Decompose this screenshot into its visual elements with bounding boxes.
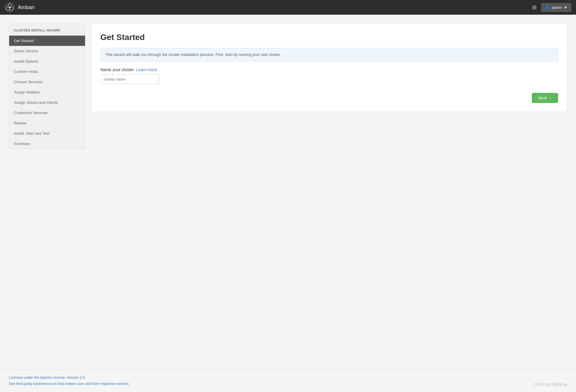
footer-credit: CSDN @红阳樱花vip [534,382,567,387]
sidebar: CLUSTER INSTALL WIZARD Get Started Selec… [9,24,85,149]
navbar: Ambari ⊞ 👤 admin ▼ [0,0,576,15]
page-footer: Licensed under the Apache License, Versi… [0,370,576,392]
info-box: This wizard will walk you through the cl… [100,48,558,61]
main-panel: Get Started This wizard will walk you th… [91,24,567,112]
user-icon: 👤 [545,5,550,10]
sidebar-item-assign-masters[interactable]: Assign Masters [9,87,85,97]
sidebar-item-customize-services[interactable]: Customize Services [9,108,85,118]
footer-link-1[interactable]: Licensed under the Apache License, Versi… [9,375,129,381]
sidebar-item-select-version[interactable]: Select Version [9,46,85,56]
footer-link-2[interactable]: See third-party tools/resources that Amb… [9,381,129,387]
navbar-right: ⊞ 👤 admin ▼ [532,3,571,12]
footer-bottom: Licensed under the Apache License, Versi… [9,375,567,387]
sidebar-item-assign-slaves-clients[interactable]: Assign Slaves and Clients [9,97,85,108]
info-text: This wizard will walk you through the cl… [105,52,281,57]
svg-point-4 [9,6,10,8]
caret-down-icon: ▼ [564,5,567,10]
sidebar-item-choose-services[interactable]: Choose Services [9,77,85,87]
next-button[interactable]: Next → [532,93,558,103]
cluster-name-input[interactable] [100,74,159,84]
footer-links: Licensed under the Apache License, Versi… [9,375,129,387]
ambari-logo [5,2,15,12]
navbar-brand: Ambari [5,2,34,12]
sidebar-item-get-started[interactable]: Get Started [9,36,85,46]
app-title: Ambari [18,4,34,11]
page-title: Get Started [100,33,558,42]
sidebar-item-summary[interactable]: Summary [9,139,85,149]
sidebar-item-install-start-test[interactable]: Install, Start and Test [9,128,85,139]
name-cluster-label: Name your cluster Learn more [100,67,558,72]
grid-icon[interactable]: ⊞ [532,4,537,11]
learn-more-link[interactable]: Learn more [136,67,157,72]
admin-label: admin [552,5,562,10]
main-content: CLUSTER INSTALL WIZARD Get Started Selec… [0,15,576,370]
sidebar-title: CLUSTER INSTALL WIZARD [9,24,85,36]
admin-button[interactable]: 👤 admin ▼ [541,3,571,12]
sidebar-item-install-options[interactable]: Install Options [9,56,85,66]
panel-footer: Next → [100,93,558,103]
sidebar-item-review[interactable]: Review [9,118,85,128]
sidebar-item-confirm-hosts[interactable]: Confirm Hosts [9,66,85,77]
